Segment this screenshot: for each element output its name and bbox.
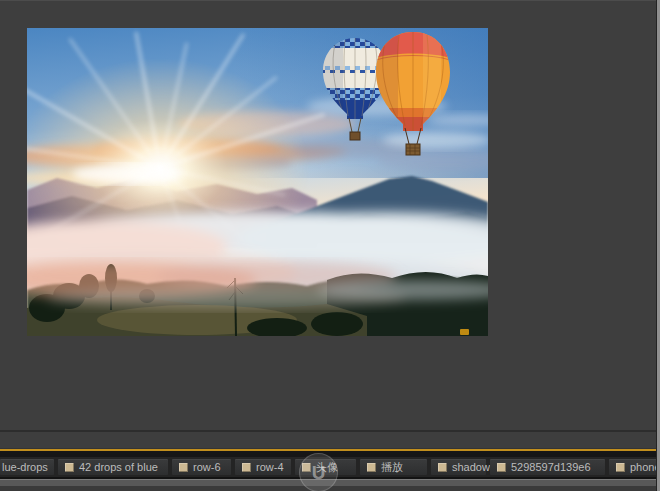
tab-label: 5298597d139e6 bbox=[511, 462, 591, 473]
bottom-fill bbox=[0, 486, 660, 491]
tab-avatar[interactable]: 头像 bbox=[295, 459, 356, 475]
document-icon bbox=[179, 463, 188, 472]
timeline-strip bbox=[0, 432, 660, 449]
photo-corner-mark bbox=[460, 329, 469, 335]
document-icon bbox=[438, 463, 447, 472]
window-top-edge bbox=[0, 0, 660, 1]
tab-lue-drops[interactable]: lue-drops bbox=[0, 459, 54, 475]
tab-label: shadow bbox=[452, 462, 490, 473]
tab-row-4[interactable]: row-4 bbox=[235, 459, 291, 475]
forest-foreground bbox=[27, 262, 488, 336]
document-icon bbox=[242, 463, 251, 472]
tab-label: 播放 bbox=[381, 462, 403, 473]
tab-42-drops-of-blue[interactable]: 42 drops of blue bbox=[58, 459, 168, 475]
tab-shadow[interactable]: shadow bbox=[431, 459, 486, 475]
tab-label: row-4 bbox=[256, 462, 284, 473]
tab-row-6[interactable]: row-6 bbox=[172, 459, 231, 475]
tab-phone-te[interactable]: phone-te bbox=[609, 459, 660, 475]
bottom-strip bbox=[0, 479, 660, 486]
document-icon bbox=[616, 463, 625, 472]
balloon-basket bbox=[350, 132, 360, 140]
tab-5298597d139e6[interactable]: 5298597d139e6 bbox=[490, 459, 605, 475]
document-icon bbox=[367, 463, 376, 472]
taskbar: lue-drops 42 drops of blue row-6 row-4 头… bbox=[0, 457, 660, 477]
balloon-photo bbox=[27, 28, 488, 336]
tab-play[interactable]: 播放 bbox=[360, 459, 427, 475]
tab-label: 头像 bbox=[316, 462, 338, 473]
photo-canvas[interactable] bbox=[27, 28, 488, 336]
tab-label: 42 drops of blue bbox=[79, 462, 158, 473]
document-icon bbox=[497, 463, 506, 472]
balloon-basket bbox=[406, 144, 420, 155]
app-window: lue-drops 42 drops of blue row-6 row-4 头… bbox=[0, 0, 660, 491]
canvas-area bbox=[0, 0, 660, 430]
tab-label: row-6 bbox=[193, 462, 221, 473]
document-icon bbox=[302, 463, 311, 472]
document-icon bbox=[65, 463, 74, 472]
window-right-edge bbox=[656, 0, 660, 491]
tab-label: lue-drops bbox=[2, 462, 48, 473]
